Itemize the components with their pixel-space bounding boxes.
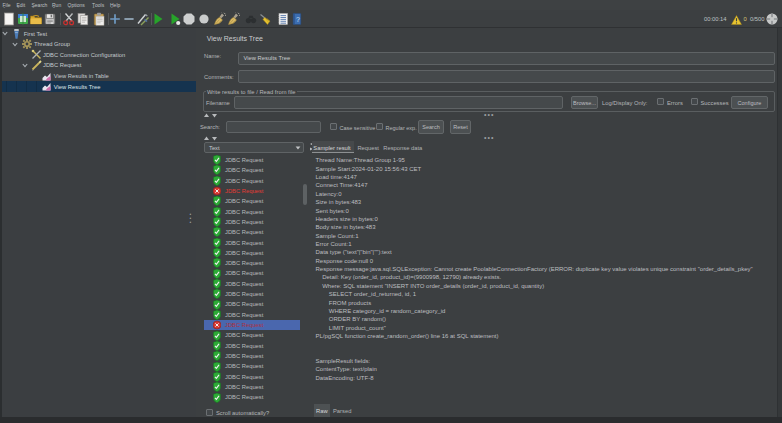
- svg-text:?: ?: [296, 16, 300, 23]
